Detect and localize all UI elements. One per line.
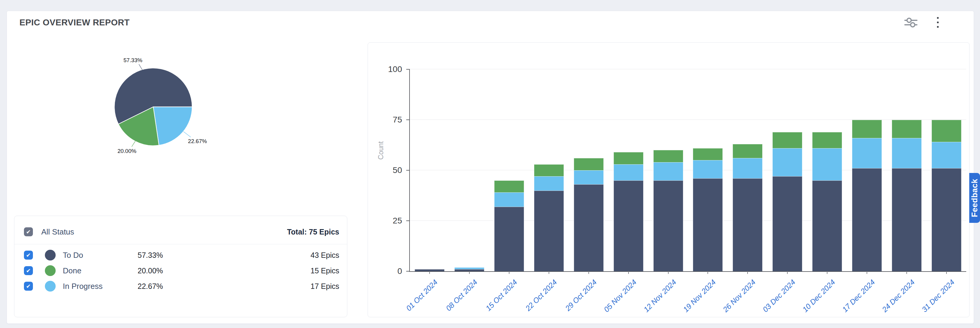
bar-segment-in-progress[interactable]: [892, 138, 922, 168]
x-tick: [628, 271, 629, 274]
all-status-checkbox[interactable]: ✔: [24, 227, 33, 236]
x-tick: [827, 271, 827, 274]
bar-segment-done[interactable]: [653, 150, 683, 162]
status-color-swatch: [45, 265, 56, 276]
bar-segment-to-do[interactable]: [534, 190, 564, 271]
bar-segment-in-progress[interactable]: [932, 142, 961, 168]
bar-segment-to-do[interactable]: [772, 176, 802, 271]
status-color-swatch: [45, 281, 56, 292]
bar-05-nov-2024: [614, 152, 643, 271]
bar-22-oct-2024: [534, 164, 564, 271]
bar-segment-done[interactable]: [534, 164, 564, 177]
bar-segment-to-do[interactable]: [574, 184, 604, 271]
bar-segment-done[interactable]: [693, 148, 723, 160]
x-tick: [787, 271, 788, 274]
bar-segment-done[interactable]: [812, 132, 842, 148]
x-tick: [509, 271, 509, 274]
bar-segment-done[interactable]: [614, 152, 643, 164]
bar-segment-to-do[interactable]: [415, 269, 444, 271]
bar-24-dec-2024: [892, 120, 922, 271]
x-tick: [668, 271, 668, 274]
x-tick: [708, 271, 708, 274]
page-title: EPIC OVERVIEW REPORT: [19, 17, 129, 27]
status-count: 17 Epics: [310, 282, 339, 291]
bar-segment-done[interactable]: [574, 158, 604, 170]
bar-segment-to-do[interactable]: [693, 178, 723, 271]
x-tick: [429, 271, 430, 274]
bar-segment-to-do[interactable]: [454, 269, 484, 271]
x-axis-label: 01 Oct 2024: [404, 278, 439, 313]
status-label: To Do: [63, 250, 138, 260]
bar-segment-done[interactable]: [892, 120, 922, 138]
x-axis-label: 26 Nov 2024: [721, 278, 757, 314]
bar-segment-in-progress[interactable]: [653, 162, 683, 181]
pie-slices: [114, 68, 192, 146]
status-percent: 22.67%: [138, 282, 228, 291]
status-percent: 57.33%: [138, 251, 228, 260]
status-checkbox[interactable]: ✔: [24, 282, 33, 291]
bar-segment-to-do[interactable]: [653, 181, 683, 271]
feedback-button[interactable]: Feedback: [969, 173, 980, 223]
bar-segment-in-progress[interactable]: [454, 267, 484, 269]
bar-segment-to-do[interactable]: [494, 207, 524, 271]
bar-segment-to-do[interactable]: [733, 178, 762, 271]
x-tick: [469, 271, 470, 274]
x-ticks: [410, 271, 966, 274]
kebab-menu-icon: [937, 17, 939, 28]
epic-overview-report-card: EPIC OVERVIEW REPORT 57.33% 22.67% 20.00…: [6, 11, 974, 324]
bar-segment-to-do[interactable]: [812, 181, 842, 271]
bar-segment-done[interactable]: [494, 181, 524, 193]
y-axis-tick-label: 0: [397, 266, 402, 276]
bar-segment-to-do[interactable]: [852, 168, 882, 271]
total-epics-value: Total: 75 Epics: [287, 228, 339, 236]
chart-settings-button[interactable]: [904, 15, 918, 30]
all-status-label: All Status: [41, 227, 74, 236]
pie-slice-in-progress[interactable]: [153, 107, 192, 146]
bar-segment-in-progress[interactable]: [574, 170, 604, 184]
bar-segment-in-progress[interactable]: [693, 160, 723, 178]
x-tick: [907, 271, 907, 274]
legend-rows: ✔To Do57.33%43 Epics✔Done20.00%15 Epics✔…: [24, 247, 339, 294]
epic-trend-chart-card: Count 0255075100 01 Oct 202408 Oct 20241…: [368, 43, 969, 317]
status-checkbox[interactable]: ✔: [24, 266, 33, 275]
bar-segment-in-progress[interactable]: [733, 158, 762, 178]
bar-segment-in-progress[interactable]: [852, 138, 882, 168]
pie-percent-label-in-progress: 22.67%: [188, 138, 207, 144]
bar-segment-done[interactable]: [772, 132, 802, 148]
report-actions: [904, 15, 945, 30]
bar-segment-to-do[interactable]: [614, 181, 643, 271]
bar-segment-done[interactable]: [932, 120, 961, 142]
bar-segment-in-progress[interactable]: [494, 192, 524, 206]
legend-row-to-do[interactable]: ✔To Do57.33%43 Epics: [24, 247, 339, 263]
bar-segment-to-do[interactable]: [892, 168, 922, 271]
status-pie-chart: 57.33% 22.67% 20.00%: [99, 36, 296, 198]
pie-connector-in-progress: [183, 132, 191, 137]
bar-segment-in-progress[interactable]: [534, 176, 564, 190]
bar-12-nov-2024: [653, 150, 683, 271]
x-tick: [946, 271, 947, 274]
pie-percent-label-to-do: 57.33%: [124, 57, 142, 63]
status-label: Done: [63, 266, 138, 276]
bar-segment-to-do[interactable]: [932, 168, 961, 271]
bar-segment-in-progress[interactable]: [772, 148, 802, 177]
more-options-button[interactable]: [931, 15, 945, 30]
x-tick: [589, 271, 589, 274]
bar-segment-in-progress[interactable]: [812, 148, 842, 181]
x-axis-label: 08 Oct 2024: [444, 278, 479, 313]
x-axis-label: 22 Oct 2024: [524, 278, 559, 313]
bar-segment-done[interactable]: [733, 144, 762, 158]
status-checkbox[interactable]: ✔: [24, 250, 33, 260]
status-count: 43 Epics: [310, 251, 339, 260]
x-axis-label: 12 Nov 2024: [642, 278, 678, 314]
status-legend-card: ✔ All Status Total: 75 Epics ✔To Do57.33…: [14, 215, 347, 317]
x-tick: [549, 271, 549, 274]
bar-31-dec-2024: [932, 120, 961, 271]
bar-segment-done[interactable]: [852, 120, 882, 138]
pie-percent-label-done: 20.00%: [118, 148, 137, 154]
pie-connector-to-do: [139, 64, 142, 70]
status-label: In Progress: [63, 282, 138, 291]
legend-row-done[interactable]: ✔Done20.00%15 Epics: [24, 263, 339, 279]
x-axis-label: 19 Nov 2024: [681, 278, 718, 314]
legend-row-in-progress[interactable]: ✔In Progress22.67%17 Epics: [24, 279, 339, 294]
bar-segment-in-progress[interactable]: [614, 164, 643, 181]
